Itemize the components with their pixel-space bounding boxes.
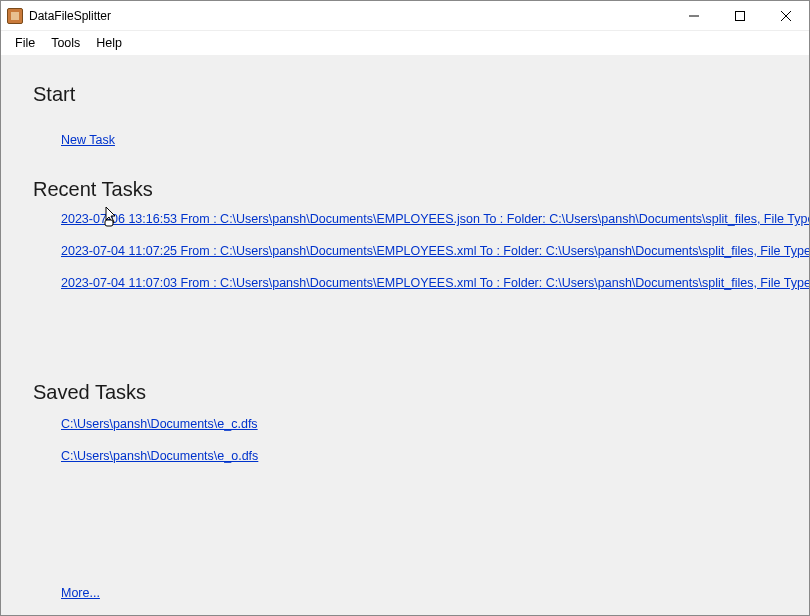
maximize-button[interactable] [717,1,763,31]
menu-file[interactable]: File [7,34,43,52]
new-task-link[interactable]: New Task [61,133,115,147]
saved-task-link[interactable]: C:\Users\pansh\Documents\e_o.dfs [61,449,258,463]
client-area: Start New Task Recent Tasks 2023-07-06 1… [1,55,809,615]
svg-rect-1 [736,11,745,20]
close-button[interactable] [763,1,809,31]
app-icon [7,8,23,24]
saved-tasks-list: C:\Users\pansh\Documents\e_c.dfs C:\User… [33,414,809,464]
recent-task-link[interactable]: 2023-07-06 13:16:53 From : C:\Users\pans… [61,212,809,226]
heading-saved: Saved Tasks [33,381,809,404]
titlebar: DataFileSplitter [1,1,809,31]
heading-start: Start [33,83,809,106]
window-title: DataFileSplitter [29,9,111,23]
recent-task-link[interactable]: 2023-07-04 11:07:25 From : C:\Users\pans… [61,244,809,258]
recent-tasks-list: 2023-07-06 13:16:53 From : C:\Users\pans… [33,209,809,291]
menubar: File Tools Help [1,31,809,55]
more-link[interactable]: More... [61,586,100,600]
heading-recent: Recent Tasks [33,178,809,201]
menu-tools[interactable]: Tools [43,34,88,52]
recent-task-link[interactable]: 2023-07-04 11:07:03 From : C:\Users\pans… [61,276,809,290]
menu-help[interactable]: Help [88,34,130,52]
saved-task-link[interactable]: C:\Users\pansh\Documents\e_c.dfs [61,417,258,431]
minimize-button[interactable] [671,1,717,31]
